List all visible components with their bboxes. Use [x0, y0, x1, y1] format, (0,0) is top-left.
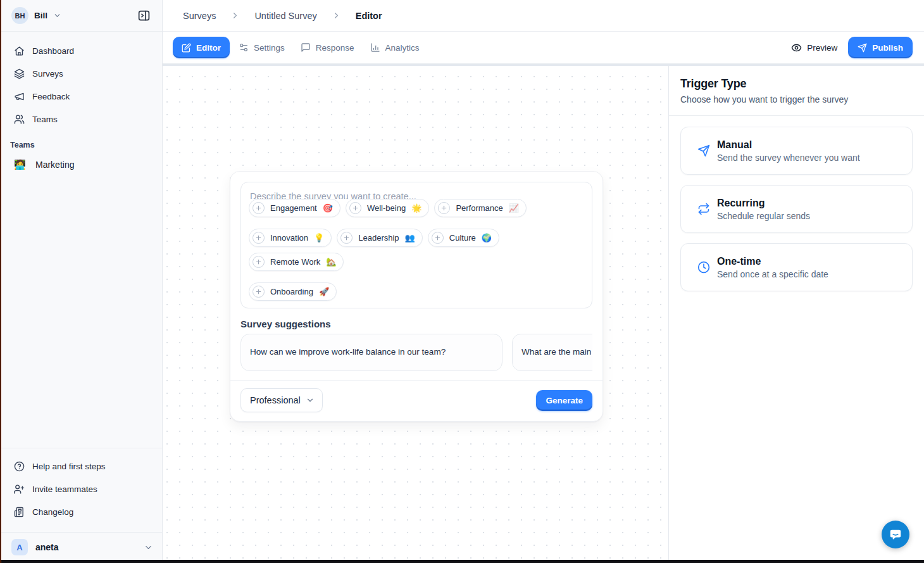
panel-subtitle: Choose how you want to trigger the surve…: [680, 94, 913, 104]
chip-label: Culture: [449, 233, 476, 243]
trigger-option-one-time[interactable]: One-time Send once at a specific date: [680, 243, 913, 291]
chip-culture[interactable]: Culture 🌍: [428, 229, 499, 247]
plus-icon: [253, 256, 265, 268]
chevron-down-icon: [53, 11, 61, 20]
chat-launcher-button[interactable]: [882, 521, 909, 548]
trigger-option-manual[interactable]: Manual Send the survey whenever you want: [680, 127, 913, 175]
megaphone-icon: [14, 91, 25, 102]
chart-emoji: 📈: [509, 204, 519, 212]
tab-analytics[interactable]: Analytics: [363, 37, 427, 58]
chip-label: Leadership: [358, 233, 399, 243]
chip-label: Remote Work: [270, 257, 320, 267]
chip-label: Onboarding: [270, 287, 313, 296]
sidebar-item-help[interactable]: Help and first steps: [8, 455, 154, 477]
survey-prompt-input[interactable]: [249, 190, 584, 199]
repeat-icon: [697, 203, 710, 215]
chevron-down-icon: [306, 396, 315, 405]
plus-icon: [253, 202, 265, 214]
users-icon: [14, 114, 25, 125]
panel-collapse-icon: [137, 9, 151, 22]
tab-label: Response: [316, 43, 354, 53]
sliders-icon: [239, 42, 249, 53]
sidebar-item-label: Dashboard: [32, 46, 74, 56]
workspace-name: Bill: [34, 11, 47, 20]
sidebar-item-feedback[interactable]: Feedback: [8, 85, 154, 107]
breadcrumb-item-surveys[interactable]: Surveys: [183, 11, 216, 21]
chip-performance[interactable]: Performance 📈: [434, 199, 527, 217]
trigger-options: Manual Send the survey whenever you want…: [669, 116, 924, 302]
suggestion-card[interactable]: What are the main ob: [512, 334, 592, 371]
sidebar-item-label: Teams: [32, 115, 58, 124]
plus-icon: [349, 202, 361, 214]
breadcrumb-item-untitled-survey[interactable]: Untitled Survey: [254, 11, 316, 21]
generate-button[interactable]: Generate: [536, 390, 592, 411]
tone-value: Professional: [250, 395, 301, 405]
chip-innovation[interactable]: Innovation 💡: [249, 229, 332, 247]
globe-emoji: 🌍: [482, 234, 492, 242]
suggestions-row: How can we improve work-life balance in …: [240, 334, 592, 371]
chip-well-being[interactable]: Well-being 🌟: [346, 199, 429, 217]
sidebar-item-label: Help and first steps: [32, 462, 106, 471]
tab-label: Editor: [196, 43, 221, 53]
composer-card: Engagement 🎯 Well-being 🌟 Performance 📈: [230, 171, 603, 422]
clock-icon: [697, 261, 710, 274]
tab-settings[interactable]: Settings: [232, 37, 292, 58]
trigger-option-recurring[interactable]: Recurring Schedule regular sends: [680, 185, 913, 233]
chat-bubble-icon: [889, 528, 902, 541]
sidebar-item-invite-teammates[interactable]: Invite teammates: [8, 478, 154, 500]
chip-label: Engagement: [270, 203, 317, 213]
plus-icon: [253, 286, 265, 298]
newspaper-icon: [14, 507, 25, 517]
chevron-down-icon: [144, 543, 153, 552]
sidebar-item-marketing[interactable]: 🧑‍💻 Marketing: [5, 153, 157, 176]
chevron-right-icon: [332, 11, 341, 20]
trigger-panel: Trigger Type Choose how you want to trig…: [669, 64, 924, 563]
star-emoji: 🌟: [411, 204, 421, 212]
message-square-icon: [301, 42, 311, 53]
sidebar-item-label: Surveys: [32, 69, 63, 79]
chip-label: Performance: [456, 203, 503, 213]
suggestion-card[interactable]: How can we improve work-life balance in …: [240, 334, 503, 371]
survey-prompt-box: Engagement 🎯 Well-being 🌟 Performance 📈: [240, 182, 592, 308]
preview-button[interactable]: Preview: [791, 42, 837, 53]
trigger-option-title: One-time: [717, 256, 828, 267]
bulb-emoji: 💡: [314, 234, 324, 242]
sidebar-footer-nav: Help and first steps Invite teammates Ch…: [0, 448, 162, 526]
chip-label: Innovation: [270, 233, 308, 243]
send-icon: [858, 43, 867, 53]
plus-icon: [340, 232, 353, 244]
breadcrumb: Surveys Untitled Survey Editor: [163, 0, 924, 32]
teams-section-label: Teams: [0, 132, 162, 153]
chip-onboarding[interactable]: Onboarding 🚀: [249, 282, 337, 301]
chip-engagement[interactable]: Engagement 🎯: [249, 199, 340, 217]
sidebar-item-dashboard[interactable]: Dashboard: [8, 40, 154, 61]
panel-title: Trigger Type: [680, 77, 913, 91]
sidebar-item-surveys[interactable]: Surveys: [8, 63, 154, 84]
chip-remote-work[interactable]: Remote Work 🏡: [249, 253, 344, 271]
topic-chips: Engagement 🎯 Well-being 🌟 Performance 📈: [249, 199, 584, 301]
trigger-option-description: Send the survey whenever you want: [717, 153, 860, 163]
sidebar-nav: Dashboard Surveys Feedback Teams: [0, 32, 162, 132]
survey-canvas[interactable]: Engagement 🎯 Well-being 🌟 Performance 📈: [163, 64, 669, 563]
help-circle-icon: [14, 461, 25, 472]
tab-label: Analytics: [385, 43, 420, 53]
collapse-sidebar-button[interactable]: [135, 6, 153, 25]
chevron-right-icon: [230, 11, 240, 20]
sidebar-item-changelog[interactable]: Changelog: [8, 501, 154, 522]
publish-label: Publish: [872, 43, 903, 53]
workspace-switcher[interactable]: BH Bill: [0, 0, 162, 32]
tone-select[interactable]: Professional: [240, 388, 323, 412]
rocket-emoji: 🚀: [319, 288, 329, 296]
chip-leadership[interactable]: Leadership 👥: [337, 229, 423, 247]
sidebar-item-teams[interactable]: Teams: [8, 108, 154, 130]
user-menu[interactable]: A aneta: [0, 532, 162, 563]
house-emoji: 🏡: [326, 258, 336, 266]
home-icon: [14, 46, 25, 56]
tab-response[interactable]: Response: [294, 37, 361, 58]
dart-emoji: 🎯: [323, 204, 333, 212]
publish-button[interactable]: Publish: [848, 37, 913, 58]
tab-editor[interactable]: Editor: [173, 37, 230, 58]
sidebar-item-label: Changelog: [32, 507, 73, 517]
suggestions-title: Survey suggestions: [240, 319, 592, 329]
screen-edge-artifact-bottom: [0, 560, 924, 563]
